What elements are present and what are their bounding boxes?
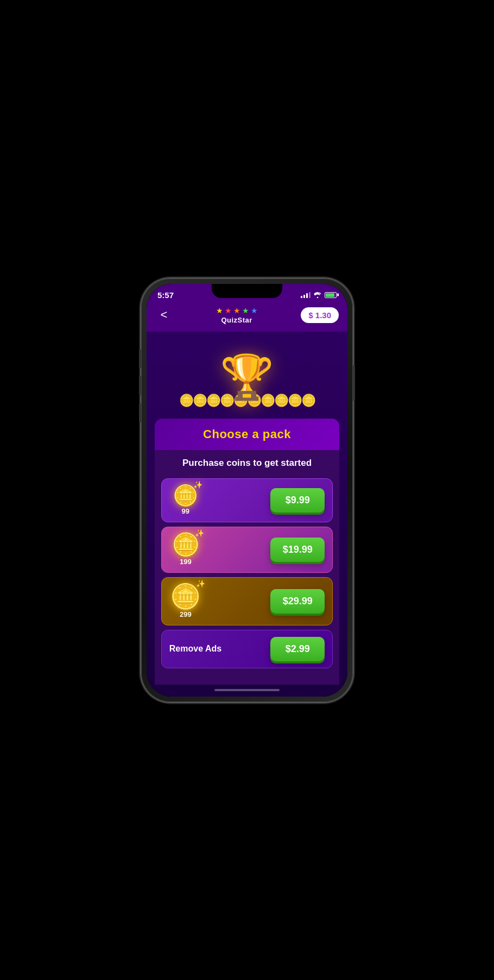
phone-frame: 5:57 < ★ xyxy=(141,279,353,702)
chest-area: 🏆 🪙🪙🪙🪙🪙🪙🪙🪙🪙🪙 xyxy=(147,332,347,408)
pack-item-299[interactable]: 🪙 299 $29.99 xyxy=(161,577,333,625)
coin-count-99: 99 xyxy=(182,507,189,515)
pack-left-299: 🪙 299 xyxy=(169,584,202,618)
price-button-remove-ads[interactable]: $2.99 xyxy=(270,637,325,661)
star-2: ★ xyxy=(225,306,232,315)
signal-bars-icon xyxy=(301,292,311,298)
pack-item-remove-ads[interactable]: Remove Ads $2.99 xyxy=(161,630,333,668)
logo-stars: ★ ★ ★ ★ ★ xyxy=(216,306,258,315)
price-button-199[interactable]: $19.99 xyxy=(270,538,325,562)
price-button-99[interactable]: $9.99 xyxy=(270,488,325,513)
choose-pack-title: Choose a pack xyxy=(203,427,291,441)
price-button-299[interactable]: $29.99 xyxy=(270,589,325,614)
treasure-chest-icon: 🏆 xyxy=(220,356,274,399)
home-indicator xyxy=(214,685,280,697)
back-button[interactable]: < xyxy=(155,308,173,322)
coin-icon-199: 🪙 xyxy=(172,534,200,557)
wifi-icon xyxy=(313,292,322,298)
status-bar: 5:57 xyxy=(147,284,347,303)
pack-left-99: 🪙 99 xyxy=(169,485,202,515)
coin-icon-99: 🪙 xyxy=(173,485,198,506)
pack-item-99[interactable]: 🪙 99 $9.99 xyxy=(161,478,333,522)
logo-area: ★ ★ ★ ★ ★ QuizStar xyxy=(216,306,258,324)
coin-icon-299: 🪙 xyxy=(170,584,201,609)
battery-icon xyxy=(325,292,337,298)
star-1: ★ xyxy=(216,306,223,315)
remove-ads-label: Remove Ads xyxy=(169,644,221,654)
star-4: ★ xyxy=(242,306,249,315)
coin-count-199: 199 xyxy=(180,558,192,566)
star-5: ★ xyxy=(251,306,258,315)
phone-inner: 5:57 < ★ xyxy=(147,284,347,697)
balance-badge[interactable]: $ 1.30 xyxy=(301,307,339,323)
header: < ★ ★ ★ ★ ★ QuizStar $ 1.30 xyxy=(147,303,347,332)
screen: 5:57 < ★ xyxy=(147,284,347,697)
main-content: 🏆 🪙🪙🪙🪙🪙🪙🪙🪙🪙🪙 Choose a pack Purchase co xyxy=(147,332,347,697)
choose-pack-header: Choose a pack xyxy=(155,419,339,450)
pack-left-199: 🪙 199 xyxy=(169,534,202,566)
status-time: 5:57 xyxy=(157,290,174,300)
star-3: ★ xyxy=(233,306,240,315)
home-bar xyxy=(214,689,280,691)
logo-text: QuizStar xyxy=(221,316,252,324)
coin-count-299: 299 xyxy=(180,610,192,618)
subtitle: Purchase coins to get started xyxy=(155,450,339,474)
notch xyxy=(212,284,282,298)
battery-fill xyxy=(326,293,334,297)
status-icons xyxy=(301,292,337,298)
pack-item-199[interactable]: 🪙 199 $19.99 xyxy=(161,527,333,573)
pack-card: Choose a pack Purchase coins to get star… xyxy=(155,419,339,685)
